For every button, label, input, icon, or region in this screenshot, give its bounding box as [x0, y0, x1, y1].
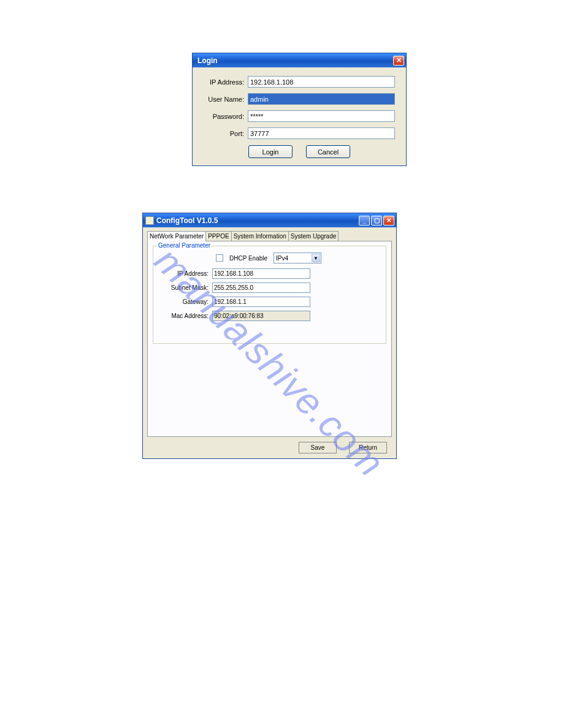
return-button[interactable]: Return	[349, 442, 387, 453]
ip-address-input[interactable]	[248, 76, 395, 88]
ip-version-value: IPv4	[276, 255, 288, 262]
cancel-button[interactable]: Cancel	[306, 145, 350, 158]
cfg-ip-row: IP Address:	[158, 268, 381, 279]
dhcp-label: DHCP Enable	[229, 255, 267, 262]
close-icon: ✕	[386, 217, 391, 224]
cfg-gateway-label: Gateway:	[158, 298, 212, 305]
ip-address-row: IP Address:	[204, 76, 395, 88]
cfg-gateway-row: Gateway:	[158, 297, 381, 307]
cfg-gateway-input[interactable]	[212, 297, 310, 307]
cfg-subnet-input[interactable]	[212, 282, 310, 293]
config-close-button[interactable]: ✕	[383, 216, 394, 226]
title-left: ConfigTool V1.0.5	[145, 216, 218, 225]
cfg-subnet-label: Subnet Mask:	[158, 284, 212, 291]
login-body: IP Address: User Name: admin Password: P…	[193, 67, 406, 165]
config-body: NetWork Parameter PPPOE System Informati…	[143, 227, 396, 458]
port-input[interactable]	[248, 127, 395, 139]
cfg-mac-label: Mac Address:	[158, 313, 212, 319]
config-title: ConfigTool V1.0.5	[156, 216, 218, 225]
general-legend: General Parameter	[157, 242, 212, 249]
login-buttons: Login Cancel	[204, 145, 395, 158]
tab-sysupgrade[interactable]: System Upgrade	[288, 231, 339, 241]
tab-content: General Parameter DHCP Enable IPv4 ▼ IP …	[147, 241, 392, 437]
general-fieldset: General Parameter DHCP Enable IPv4 ▼ IP …	[153, 246, 386, 344]
username-label: User Name:	[204, 96, 248, 103]
cfg-mac-row: Mac Address:	[158, 311, 381, 321]
ip-version-select[interactable]: IPv4 ▼	[274, 252, 321, 264]
app-icon	[145, 216, 154, 225]
cfg-ip-label: IP Address:	[158, 270, 212, 277]
password-row: Password:	[204, 110, 395, 122]
password-label: Password:	[204, 113, 248, 120]
ip-address-label: IP Address:	[204, 78, 248, 86]
tab-strip: NetWork Parameter PPPOE System Informati…	[147, 231, 392, 241]
password-input[interactable]	[248, 110, 395, 122]
maximize-icon: ▢	[374, 217, 380, 224]
window-controls: _ ▢ ✕	[359, 216, 394, 226]
login-titlebar: Login ✕	[193, 53, 406, 67]
tab-network[interactable]: NetWork Parameter	[147, 231, 206, 241]
username-input[interactable]: admin	[248, 93, 395, 105]
close-button[interactable]: ✕	[393, 56, 404, 66]
bottom-buttons: Save Return	[147, 442, 392, 453]
cfg-subnet-row: Subnet Mask:	[158, 282, 381, 293]
cfg-mac-input	[212, 311, 310, 321]
config-titlebar: ConfigTool V1.0.5 _ ▢ ✕	[143, 213, 396, 227]
cfg-ip-input[interactable]	[212, 268, 310, 279]
minimize-button[interactable]: _	[359, 216, 370, 226]
username-row: User Name: admin	[204, 93, 395, 105]
dhcp-checkbox[interactable]	[216, 254, 223, 262]
port-row: Port:	[204, 127, 395, 139]
tab-pppoe[interactable]: PPPOE	[205, 231, 231, 241]
login-title: Login	[197, 56, 218, 65]
save-button[interactable]: Save	[299, 442, 337, 453]
chevron-down-icon: ▼	[312, 254, 320, 262]
login-button[interactable]: Login	[248, 145, 293, 158]
tab-sysinfo[interactable]: System Information	[231, 231, 289, 241]
dhcp-row: DHCP Enable IPv4 ▼	[158, 252, 381, 264]
login-dialog: Login ✕ IP Address: User Name: admin Pas…	[192, 53, 407, 166]
config-window: ConfigTool V1.0.5 _ ▢ ✕ NetWork Paramete…	[142, 213, 397, 459]
maximize-button[interactable]: ▢	[371, 216, 382, 226]
close-icon: ✕	[396, 56, 402, 64]
port-label: Port:	[204, 130, 248, 137]
minimize-icon: _	[362, 217, 366, 224]
